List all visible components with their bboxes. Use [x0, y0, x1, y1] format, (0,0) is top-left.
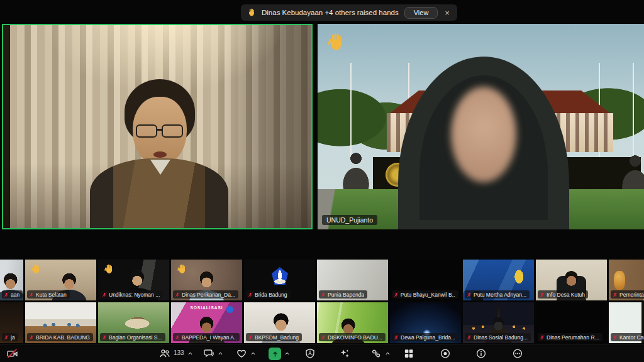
- participant-tile[interactable]: Bagian Organisasi S...: [98, 302, 169, 343]
- close-notification-icon[interactable]: ×: [443, 9, 451, 17]
- mic-muted-icon: [248, 335, 253, 340]
- participant-name-label: Putu Mertha Adnyan...: [465, 290, 530, 299]
- speaker-tile-left[interactable]: [2, 24, 313, 229]
- participant-tile[interactable]: Undiknas: Nyoman ...: [98, 260, 169, 300]
- thumbnail-row-1: aan Kuta Selatan: [0, 260, 644, 300]
- chat-icon: [203, 348, 214, 359]
- raised-hand-icon: [326, 33, 346, 52]
- mic-muted-icon: [4, 292, 9, 297]
- more-button[interactable]: [512, 348, 523, 359]
- participant-tile[interactable]: Kuta Selatan: [25, 260, 96, 300]
- mic-muted-icon: [102, 292, 107, 297]
- participant-name-label: Dinas Perumahan R...: [538, 333, 602, 341]
- participant-name-label: Pemerintah D...: [611, 290, 644, 299]
- participant-tile[interactable]: aan: [0, 260, 23, 300]
- participant-tile[interactable]: BKPSDM_Badung: [244, 302, 315, 343]
- participant-name-label: ja: [2, 333, 18, 341]
- participant-tile[interactable]: ja: [0, 302, 23, 343]
- info-button[interactable]: [475, 348, 487, 359]
- mic-muted-icon: [540, 335, 545, 340]
- raised-hands-notification: Dinas Kebudayaan +4 others raised hands …: [241, 4, 457, 21]
- reactions-button[interactable]: [236, 348, 256, 359]
- participant-tile[interactable]: BRIDA KAB. BADUNG: [25, 302, 96, 343]
- participant-name-label: Punia Bapenda: [319, 290, 367, 299]
- participant-name-label: Kantor Cama...: [611, 333, 644, 341]
- participant-name-label: Kuta Selatan: [27, 290, 70, 299]
- participant-tile[interactable]: DISKOMINFO BADU...: [317, 302, 388, 343]
- participants-button[interactable]: 133: [159, 348, 193, 359]
- mic-muted-icon: [29, 292, 34, 297]
- share-screen-button[interactable]: [269, 348, 290, 360]
- raised-hand-icon: [247, 8, 256, 17]
- shield-icon: [304, 348, 316, 359]
- slide-title-text: SOSIALISASI: [171, 305, 242, 310]
- participant-tile[interactable]: SOSIALISASI BAPPEDA_I Wayan A...: [171, 302, 242, 343]
- mic-muted-icon: [29, 335, 34, 340]
- participant-name-label: BRIDA KAB. BADUNG: [27, 333, 93, 341]
- mic-muted-icon: [467, 335, 472, 340]
- participant-tile[interactable]: Putu Mertha Adnyan...: [463, 260, 534, 300]
- mic-muted-icon: [321, 292, 326, 297]
- participant-tile[interactable]: Putu Bhayu_Kanwil B...: [390, 260, 461, 300]
- participant-name-label: Bagian Organisasi S...: [100, 333, 165, 341]
- raised-hand-icon: [177, 264, 187, 275]
- sparkle-icon: [339, 348, 350, 359]
- participant-name-label: Brida Badung: [246, 290, 291, 299]
- participant-tile[interactable]: Dewa Palguna_Brida...: [390, 302, 461, 343]
- notification-text: Dinas Kebudayaan +4 others raised hands: [262, 9, 399, 16]
- chevron-up-icon[interactable]: [385, 351, 391, 356]
- mic-muted-icon: [4, 335, 9, 340]
- chevron-up-icon[interactable]: [284, 351, 290, 356]
- chevron-up-icon[interactable]: [218, 351, 223, 356]
- participant-name-label: Undiknas: Nyoman ...: [100, 290, 163, 299]
- mic-muted-icon: [394, 335, 399, 340]
- record-icon: [440, 348, 451, 359]
- participant-name-label: aan: [2, 290, 23, 299]
- mic-muted-icon: [613, 292, 618, 297]
- more-icon: [512, 348, 523, 359]
- mic-muted-icon: [175, 335, 180, 340]
- participants-count: 133: [174, 349, 184, 356]
- participant-tile[interactable]: Dinas Sosial Badung...: [463, 302, 534, 343]
- meeting-toolbar: 133: [0, 344, 644, 362]
- participant-tile[interactable]: Pemerintah D...: [609, 260, 644, 300]
- participant-name-label: DISKOMINFO BADU...: [319, 333, 386, 341]
- video-button[interactable]: [6, 348, 18, 359]
- mic-muted-icon: [613, 335, 618, 340]
- participant-name-label: BKPSDM_Badung: [246, 333, 302, 341]
- mic-muted-icon: [248, 292, 253, 297]
- chat-button[interactable]: [203, 348, 223, 359]
- raised-hand-icon: [31, 264, 42, 275]
- camera-off-icon: [6, 348, 18, 359]
- mic-muted-icon: [102, 335, 107, 340]
- participant-name-label: Putu Bhayu_Kanwil B...: [392, 290, 458, 299]
- thumbnail-row-2: ja BRIDA KAB. BADUNG Bagian Organisasi S…: [0, 302, 644, 343]
- participant-name-label: Info Desa Kutuh: [538, 290, 588, 299]
- view-raised-hands-button[interactable]: View: [404, 7, 438, 19]
- chevron-up-icon[interactable]: [250, 351, 256, 356]
- apps-grid-icon: [403, 348, 414, 359]
- participant-name-label: BAPPEDA_I Wayan A...: [173, 333, 240, 341]
- participant-tile[interactable]: Info Desa Kutuh: [536, 260, 607, 300]
- participant-tile[interactable]: Brida Badung: [244, 260, 315, 300]
- record-button[interactable]: [440, 348, 451, 359]
- glasses: [136, 124, 157, 138]
- zoom-meeting-window: Dinas Kebudayaan +4 others raised hands …: [0, 0, 644, 362]
- participant-tile[interactable]: Dinas Perumahan R...: [536, 302, 607, 343]
- breakout-rooms-icon: [370, 348, 382, 359]
- security-button[interactable]: [304, 348, 316, 359]
- participant-tile[interactable]: Kantor Cama...: [609, 302, 644, 343]
- participant-name-label: Dinas Sosial Badung...: [465, 333, 531, 341]
- mic-muted-icon: [175, 292, 180, 297]
- breakout-rooms-button[interactable]: [370, 348, 391, 359]
- participant-tile[interactable]: Punia Bapenda: [317, 260, 388, 300]
- mic-muted-icon: [321, 335, 326, 340]
- participant-tile[interactable]: Dinas Perikanan_Da...: [171, 260, 242, 300]
- mic-muted-icon: [540, 292, 545, 297]
- participant-name-label: Dewa Palguna_Brida...: [392, 333, 458, 341]
- chevron-up-icon[interactable]: [187, 351, 193, 356]
- apps-button[interactable]: [403, 348, 414, 359]
- ai-companion-button[interactable]: [339, 348, 350, 359]
- speaker-tile-right[interactable]: REKTORAT UNUD_Pujianto: [318, 24, 644, 229]
- participants-icon: [159, 348, 170, 359]
